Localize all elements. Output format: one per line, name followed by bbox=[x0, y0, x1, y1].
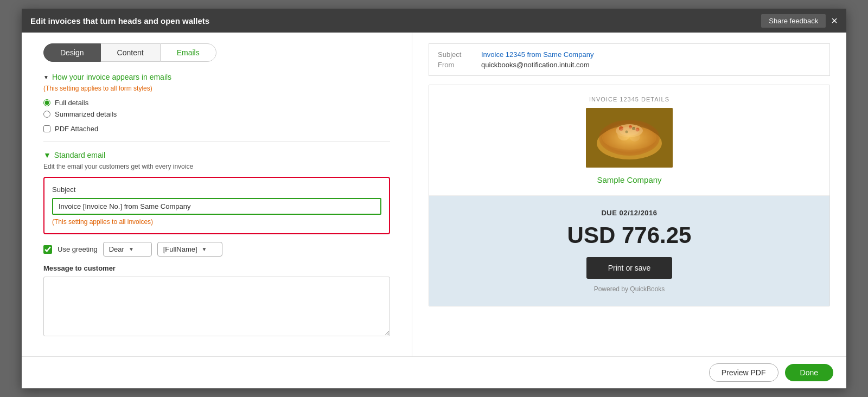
collapse-arrow2-icon: ▼ bbox=[43, 151, 51, 159]
message-label: Message to customer bbox=[43, 264, 390, 272]
company-name: Sample Company bbox=[440, 175, 819, 184]
invoice-card-amount: DUE 02/12/2016 USD 776.25 Print or save … bbox=[429, 196, 829, 306]
detail-options: Full details Summarized details bbox=[43, 99, 390, 118]
summarized-details-label: Summarized details bbox=[55, 110, 117, 118]
left-panel: Design Content Emails ▼ How your invoice… bbox=[22, 33, 412, 356]
use-greeting-checkbox[interactable] bbox=[43, 245, 52, 254]
subject-value-text: Invoice 12345 from Same Company bbox=[481, 50, 593, 59]
edit-note-text: Edit the email your customers get with e… bbox=[43, 163, 390, 170]
subject-input[interactable] bbox=[52, 198, 381, 215]
subject-key-label: Subject bbox=[438, 50, 470, 59]
tab-bar: Design Content Emails bbox=[43, 43, 390, 62]
svg-point-9 bbox=[626, 131, 628, 133]
greeting-row: Use greeting Dear ▼ [FullName] ▼ bbox=[43, 242, 390, 257]
svg-point-4 bbox=[629, 131, 640, 142]
pdf-attached-checkbox[interactable] bbox=[43, 125, 50, 132]
summarized-details-option[interactable]: Summarized details bbox=[43, 110, 390, 118]
from-value-text: quickbooks@notification.intuit.com bbox=[481, 61, 590, 69]
pdf-attached-option[interactable]: PDF Attached bbox=[43, 125, 390, 133]
invoice-card-top: INVOICE 12345 DETAILS bbox=[429, 85, 829, 196]
invoice-card: INVOICE 12345 DETAILS bbox=[429, 85, 830, 306]
share-feedback-button[interactable]: Share feedback bbox=[761, 14, 826, 28]
from-row: From quickbooks@notification.intuit.com bbox=[438, 61, 821, 69]
tab-content[interactable]: Content bbox=[101, 43, 160, 62]
due-date: DUE 02/12/2016 bbox=[440, 209, 819, 217]
email-preview: Subject Invoice 12345 from Same Company … bbox=[412, 33, 846, 356]
full-details-label: Full details bbox=[55, 99, 88, 107]
modal-header: Edit invoices that turn heads and open w… bbox=[22, 9, 846, 33]
svg-point-7 bbox=[629, 125, 632, 129]
header-actions: Share feedback × bbox=[761, 14, 838, 28]
svg-point-11 bbox=[620, 127, 639, 136]
preview-pdf-button[interactable]: Preview PDF bbox=[709, 363, 778, 382]
close-button[interactable]: × bbox=[831, 15, 838, 26]
invoice-appears-section: ▼ How your invoice appears in emails bbox=[43, 73, 390, 81]
food-image bbox=[586, 108, 673, 168]
svg-point-5 bbox=[616, 124, 643, 137]
summarized-details-radio[interactable] bbox=[43, 111, 50, 118]
powered-by: Powered by QuickBooks bbox=[440, 285, 819, 293]
from-key-label: From bbox=[438, 61, 470, 69]
right-panel: Subject Invoice 12345 from Same Company … bbox=[412, 33, 846, 356]
dear-chevron-icon: ▼ bbox=[129, 246, 134, 252]
standard-email-title-text: Standard email bbox=[54, 151, 105, 159]
invoice-details-label: INVOICE 12345 DETAILS bbox=[440, 96, 819, 103]
svg-point-2 bbox=[602, 126, 656, 150]
use-greeting-label: Use greeting bbox=[58, 245, 98, 253]
collapse-arrow-icon: ▼ bbox=[43, 74, 49, 80]
message-textarea[interactable] bbox=[43, 277, 390, 336]
svg-point-6 bbox=[619, 126, 623, 131]
fullname-option-label: [FullName] bbox=[163, 245, 197, 253]
full-details-option[interactable]: Full details bbox=[43, 99, 390, 107]
modal-footer: Preview PDF Done bbox=[22, 356, 846, 388]
svg-point-1 bbox=[597, 127, 662, 159]
subject-box: Subject (This setting applies to all inv… bbox=[43, 177, 390, 234]
invoice-appears-title: How your invoice appears in emails bbox=[52, 73, 171, 81]
form-style-note: (This setting applies to all form styles… bbox=[43, 85, 390, 92]
subject-field-label: Subject bbox=[52, 185, 381, 194]
fullname-dropdown[interactable]: [FullName] ▼ bbox=[157, 242, 222, 257]
print-save-button[interactable]: Print or save bbox=[586, 257, 673, 279]
fullname-chevron-icon: ▼ bbox=[202, 246, 207, 252]
standard-email-section: ▼ Standard email bbox=[43, 151, 390, 159]
svg-point-3 bbox=[617, 127, 630, 140]
subject-applies-note: (This setting applies to all invoices) bbox=[52, 218, 381, 226]
modal: Edit invoices that turn heads and open w… bbox=[22, 9, 846, 388]
modal-title: Edit invoices that turn heads and open w… bbox=[30, 16, 209, 25]
modal-body: Design Content Emails ▼ How your invoice… bbox=[22, 33, 846, 356]
tab-design[interactable]: Design bbox=[43, 43, 101, 62]
subject-row: Subject Invoice 12345 from Same Company bbox=[438, 50, 821, 59]
tab-emails[interactable]: Emails bbox=[160, 43, 216, 62]
dear-option-label: Dear bbox=[109, 245, 124, 253]
section-divider bbox=[43, 142, 390, 142]
dear-dropdown[interactable]: Dear ▼ bbox=[103, 242, 152, 257]
done-button[interactable]: Done bbox=[785, 364, 833, 381]
full-details-radio[interactable] bbox=[43, 99, 50, 106]
svg-point-8 bbox=[636, 128, 640, 132]
pdf-attached-label: PDF Attached bbox=[55, 125, 98, 133]
email-meta: Subject Invoice 12345 from Same Company … bbox=[429, 43, 830, 76]
svg-point-10 bbox=[632, 127, 635, 130]
amount: USD 776.25 bbox=[440, 222, 819, 248]
